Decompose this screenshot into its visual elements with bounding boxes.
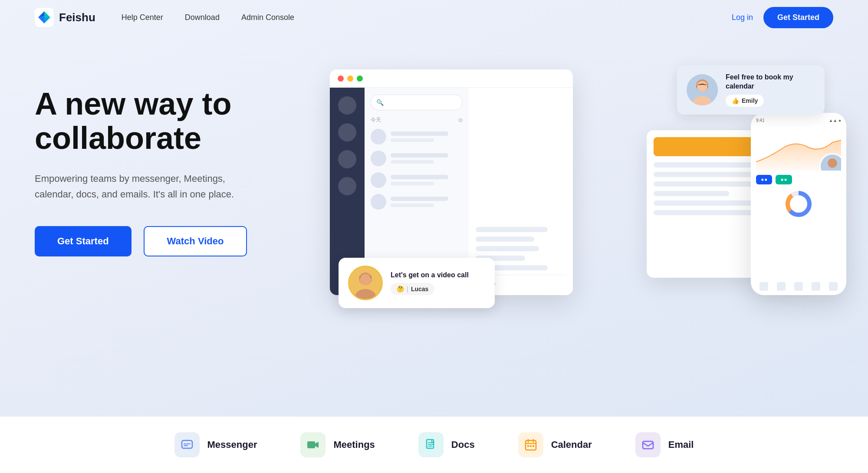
lucas-separator: | <box>407 286 408 292</box>
chat-item-3[interactable] <box>371 172 463 188</box>
mobile-footer-icons <box>751 282 846 291</box>
main-nav: Help Center Download Admin Console <box>122 13 732 22</box>
svg-point-7 <box>697 81 707 92</box>
chat-icon <box>181 438 194 451</box>
mobile-btn-blue[interactable]: ■ ■ <box>756 175 772 184</box>
lucas-content: Let's get on a video call 🤔 | Lucas <box>391 271 469 296</box>
window-minimize-dot <box>347 76 353 82</box>
svg-rect-19 <box>307 441 315 448</box>
mobile-chart: ♪ <box>756 127 841 171</box>
calendar-icon <box>524 438 537 451</box>
watch-video-button[interactable]: Watch Video <box>144 226 247 256</box>
emily-emoji: 👍 <box>732 97 739 104</box>
messenger-icon-bg <box>174 432 200 457</box>
logo[interactable]: Feishu <box>35 8 95 27</box>
emily-avatar <box>687 74 718 105</box>
feishu-logo-icon <box>35 8 54 27</box>
emily-bubble: Feel free to book my calendar 👍 Emily <box>677 65 825 115</box>
feature-meetings[interactable]: Meetings <box>300 432 375 457</box>
feature-meetings-label: Meetings <box>333 439 375 450</box>
chat-avatar-3 <box>371 172 386 188</box>
feature-messenger-label: Messenger <box>207 439 257 450</box>
cal-line-2 <box>654 172 760 177</box>
lucas-message: Let's get on a video call <box>391 271 469 280</box>
nav-item-help-center[interactable]: Help Center <box>122 13 163 22</box>
hero-left: A new way to collaborate Empowering team… <box>35 61 286 256</box>
chat-item-4[interactable] <box>371 194 463 210</box>
lucas-avatar <box>348 266 383 300</box>
svg-rect-23 <box>530 445 532 447</box>
lucas-tag: 🤔 | Lucas <box>391 283 434 295</box>
svg-rect-25 <box>643 441 653 449</box>
lucas-sender: Lucas <box>411 286 428 292</box>
lucas-emoji: 🤔 <box>397 286 404 292</box>
chat-avatar-1 <box>371 129 386 145</box>
window-close-dot <box>338 76 344 82</box>
cal-line-4 <box>654 191 729 196</box>
mobile-status-bar: 9:41 ▲▲ ● <box>756 118 841 123</box>
nav-item-admin-console[interactable]: Admin Console <box>241 13 294 22</box>
hero-title: A new way to collaborate <box>35 87 286 155</box>
header: Feishu Help Center Download Admin Consol… <box>0 0 868 35</box>
feature-calendar[interactable]: Calendar <box>518 432 592 457</box>
nav-item-download[interactable]: Download <box>185 13 220 22</box>
hero-right: 🔍 今天 ⊙ <box>304 61 833 365</box>
mobile-footer-icon-5 <box>829 282 838 291</box>
emily-tag: 👍 Emily <box>726 95 764 107</box>
svg-rect-22 <box>527 445 529 447</box>
get-started-button[interactable]: Get Started <box>35 226 132 256</box>
mobile-time: 9:41 <box>756 118 764 123</box>
email-icon-bg <box>635 432 661 457</box>
mobile-btn-green[interactable]: ■ ■ <box>776 175 792 184</box>
login-button[interactable]: Log in <box>732 13 753 22</box>
svg-rect-24 <box>533 445 534 447</box>
svg-point-11 <box>360 274 371 286</box>
chat-item-1[interactable] <box>371 129 463 145</box>
mobile-footer-icon-2 <box>777 282 786 291</box>
cal-line-6 <box>654 210 760 215</box>
today-label: 今天 ⊙ <box>371 116 463 124</box>
doc-icon <box>424 438 437 451</box>
video-icon <box>306 438 319 451</box>
mobile-footer-icon-3 <box>794 282 803 291</box>
feature-docs[interactable]: Docs <box>418 432 475 457</box>
feature-email[interactable]: Email <box>635 432 694 457</box>
mobile-donut-chart <box>756 189 841 219</box>
calendar-icon-bg <box>518 432 543 457</box>
mobile-buttons: ■ ■ ■ ■ <box>756 175 841 184</box>
chat-item-2[interactable] <box>371 151 463 166</box>
mobile-footer-icon-1 <box>760 282 768 291</box>
logo-text: Feishu <box>59 11 95 24</box>
chat-avatar-4 <box>371 194 386 210</box>
sidebar-icon-4 <box>338 177 356 195</box>
meetings-icon-bg <box>300 432 326 457</box>
sidebar-icon-3 <box>338 150 356 168</box>
hero-subtitle: Empowering teams by messenger, Meetings,… <box>35 171 252 201</box>
get-started-header-button[interactable]: Get Started <box>763 7 833 28</box>
sidebar-icon-2 <box>338 123 356 141</box>
sidebar-icon-1 <box>338 96 356 115</box>
svg-point-13 <box>828 158 837 168</box>
mobile-signal: ▲▲ ● <box>829 118 841 123</box>
header-actions: Log in Get Started <box>732 7 833 28</box>
hero-buttons: Get Started Watch Video <box>35 226 286 256</box>
docs-icon-bg <box>418 432 444 457</box>
search-icon: 🔍 <box>376 99 384 106</box>
feature-email-label: Email <box>668 439 694 450</box>
hero-section: A new way to collaborate Empowering team… <box>0 35 868 365</box>
lucas-bubble: Let's get on a video call 🤔 | Lucas <box>339 258 495 308</box>
emily-sender: Emily <box>742 97 758 104</box>
mobile-mockup: 9:41 ▲▲ ● <box>751 113 846 295</box>
email-icon <box>641 438 654 451</box>
feature-messenger[interactable]: Messenger <box>174 432 257 457</box>
feature-docs-label: Docs <box>451 439 475 450</box>
feature-calendar-label: Calendar <box>551 439 592 450</box>
emily-message: Feel free to book my calendar <box>726 73 815 91</box>
window-maximize-dot <box>357 76 363 82</box>
mobile-footer-icon-4 <box>812 282 820 291</box>
chat-avatar-2 <box>371 151 386 166</box>
window-titlebar <box>330 69 573 88</box>
features-bar: Messenger Meetings Docs <box>0 417 868 473</box>
search-bar[interactable]: 🔍 <box>371 95 463 110</box>
emily-content: Feel free to book my calendar 👍 Emily <box>726 73 815 107</box>
